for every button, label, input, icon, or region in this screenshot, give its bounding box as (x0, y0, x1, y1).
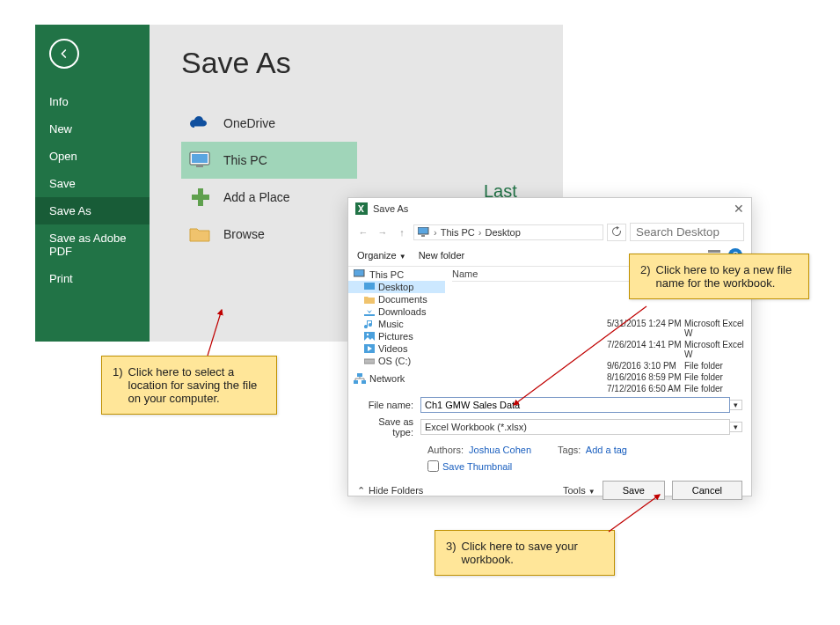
new-folder-button[interactable]: New folder (419, 250, 465, 261)
filename-dropdown[interactable]: ▾ (730, 400, 742, 410)
col-name-header[interactable]: Name (452, 268, 610, 279)
svg-rect-13 (364, 314, 375, 316)
page-title: Save As (181, 46, 563, 80)
folder-icon (188, 224, 213, 244)
music-icon (364, 320, 375, 328)
nav-forward-button[interactable]: → (375, 224, 391, 240)
menu-info[interactable]: Info (35, 88, 150, 115)
folder-tree: This PC Desktop Documents Downloads Musi… (348, 267, 445, 392)
callout-text: Click here to key a new file name for th… (656, 263, 798, 290)
location-this-pc[interactable]: This PC (181, 142, 357, 179)
svg-rect-8 (708, 250, 720, 253)
filename-label: File name: (357, 400, 420, 410)
svg-rect-2 (196, 165, 203, 167)
nav-back-button[interactable]: ← (355, 224, 371, 240)
cancel-button[interactable]: Cancel (672, 481, 742, 500)
folder-icon (364, 295, 375, 304)
svg-point-15 (367, 334, 369, 335)
tags-label: Tags: (558, 445, 581, 455)
svg-rect-6 (418, 227, 428, 234)
svg-rect-20 (362, 380, 366, 384)
dialog-nav: ← → ↑ › This PC › Desktop (348, 219, 751, 245)
tree-network[interactable]: Network (348, 372, 445, 385)
location-onedrive[interactable]: OneDrive (181, 105, 357, 142)
save-as-dialog: Save As ✕ ← → ↑ › This PC › Desktop Orga… (347, 197, 752, 496)
tree-label: This PC (369, 269, 404, 280)
save-thumbnail-checkbox[interactable] (427, 460, 439, 472)
savetype-combo[interactable]: Excel Workbook (*.xlsx) (420, 419, 730, 435)
tree-this-pc[interactable]: This PC (348, 268, 445, 281)
backstage-sidebar: Info New Open Save Save As Save as Adobe… (35, 25, 150, 342)
breadcrumb-part: Desktop (485, 227, 520, 238)
callout-text: Click here to save your workbook. (462, 540, 603, 566)
menu-open[interactable]: Open (35, 143, 150, 170)
save-button[interactable]: Save (603, 481, 665, 500)
tree-os-drive[interactable]: OS (C:) (348, 355, 445, 367)
tree-pictures[interactable]: Pictures (348, 330, 445, 342)
tree-label: Network (369, 373, 405, 384)
refresh-button[interactable] (607, 224, 626, 241)
arrow-left-icon (57, 47, 71, 61)
tree-documents[interactable]: Documents (348, 293, 445, 305)
menu-new[interactable]: New (35, 115, 150, 143)
svg-rect-17 (364, 359, 375, 364)
location-browse[interactable]: Browse (181, 216, 357, 253)
tree-label: Videos (378, 343, 407, 354)
callout-2: 2) Click here to key a new file name for… (629, 254, 809, 299)
refresh-icon (611, 226, 622, 237)
location-label: This PC (223, 153, 267, 167)
drive-icon (364, 357, 375, 365)
nav-up-button[interactable]: ↑ (394, 224, 410, 240)
breadcrumb-part: This PC (441, 227, 475, 238)
close-button[interactable]: ✕ (734, 202, 744, 216)
tree-videos[interactable]: Videos (348, 342, 445, 355)
network-icon (354, 373, 366, 384)
callout-num: 3) (446, 540, 457, 566)
tree-music[interactable]: Music (348, 318, 445, 330)
desktop-icon (364, 283, 375, 291)
dialog-title: Save As (373, 203, 408, 214)
svg-rect-12 (364, 283, 375, 290)
dialog-titlebar: Save As ✕ (348, 198, 751, 219)
menu-save-adobe-pdf[interactable]: Save as Adobe PDF (35, 224, 150, 265)
file-rows: 5/31/2015 1:24 PMMicrosoft Excel W 7/26/… (607, 318, 748, 394)
menu-print[interactable]: Print (35, 265, 150, 292)
location-label: OneDrive (223, 116, 275, 130)
callout-num: 2) (640, 263, 651, 290)
svg-rect-7 (421, 235, 425, 237)
authors-label: Authors: (427, 445, 464, 455)
tree-desktop[interactable]: Desktop (348, 281, 445, 293)
file-row[interactable]: 8/16/2016 8:59 PMFile folder (607, 371, 748, 383)
callout-3: 3) Click here to save your workbook. (435, 530, 615, 576)
file-row[interactable]: 7/26/2014 1:41 PMMicrosoft Excel W (607, 339, 748, 360)
download-icon (364, 307, 375, 316)
location-list: OneDrive This PC Add a Place Browse (181, 105, 357, 253)
tools-menu[interactable]: Tools ▼ (563, 485, 595, 496)
organize-menu[interactable]: Organize ▼ (357, 250, 406, 261)
tree-label: Downloads (378, 306, 426, 317)
dialog-footer: ⌃ Hide Folders Tools ▼ Save Cancel (348, 472, 751, 509)
menu-save[interactable]: Save (35, 170, 150, 197)
authors-value[interactable]: Joshua Cohen (469, 445, 531, 455)
back-button[interactable] (49, 39, 79, 69)
search-input[interactable] (630, 223, 744, 241)
file-row[interactable]: 7/12/2016 6:50 AMFile folder (607, 383, 748, 394)
file-row[interactable]: 9/6/2016 3:10 PMFile folder (607, 360, 748, 371)
menu-save-as[interactable]: Save As (35, 197, 150, 224)
onedrive-icon (188, 114, 213, 133)
tags-value[interactable]: Add a tag (586, 445, 627, 455)
hide-folders-toggle[interactable]: ⌃ Hide Folders (357, 485, 423, 496)
savetype-dropdown[interactable]: ▾ (730, 422, 742, 432)
monitor-icon (188, 151, 213, 170)
location-label: Add a Place (223, 190, 290, 204)
breadcrumb[interactable]: › This PC › Desktop (413, 224, 603, 240)
filename-input[interactable] (420, 397, 730, 413)
location-add-place[interactable]: Add a Place (181, 179, 357, 216)
tree-label: OS (C:) (378, 356, 411, 366)
file-row[interactable]: 5/31/2015 1:24 PMMicrosoft Excel W (607, 318, 748, 339)
tree-downloads[interactable]: Downloads (348, 305, 445, 318)
chevron-up-icon: ⌃ (357, 485, 365, 496)
svg-rect-11 (354, 269, 364, 276)
tree-label: Desktop (378, 282, 413, 292)
callout-num: 1) (113, 365, 123, 405)
